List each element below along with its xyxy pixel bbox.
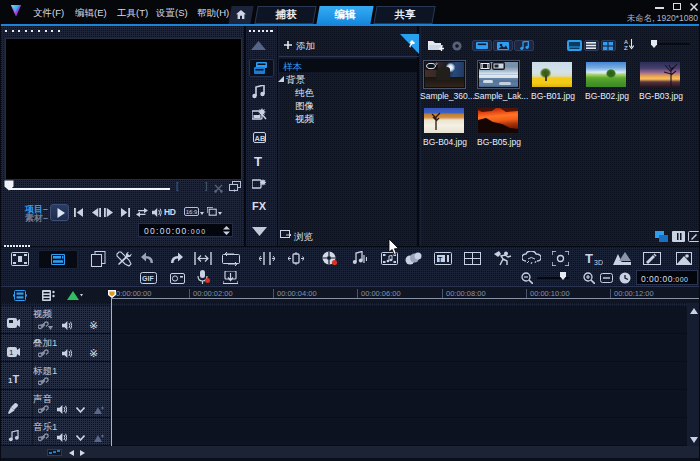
svg-text:T: T xyxy=(438,256,443,263)
svg-text:T: T xyxy=(585,252,593,265)
svg-text:3D: 3D xyxy=(594,259,603,265)
svg-text:GIF: GIF xyxy=(142,275,154,282)
svg-text:A: A xyxy=(624,39,628,45)
svg-text:Z: Z xyxy=(624,45,628,50)
svg-text:1: 1 xyxy=(9,348,14,357)
svg-text:AB: AB xyxy=(255,134,266,143)
